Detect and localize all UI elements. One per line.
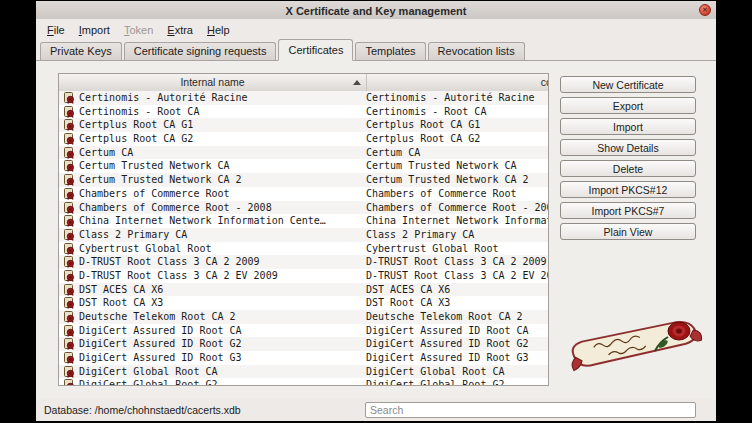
cell-internal-name: DigiCert Global Root CA bbox=[79, 365, 362, 379]
certificate-icon bbox=[63, 270, 75, 282]
menu-item-token[interactable]: Token bbox=[117, 20, 160, 40]
table-row[interactable]: DST Root CA X3DST Root CA X3 bbox=[59, 296, 548, 310]
close-button[interactable]: ✕ bbox=[699, 4, 711, 16]
tab-bar: Private KeysCertificate signing requests… bbox=[36, 39, 716, 61]
certificate-icon bbox=[63, 188, 75, 200]
close-icon: ✕ bbox=[700, 5, 710, 15]
titlebar: X Certificate and Key management ✕ bbox=[36, 1, 716, 20]
certificate-icon bbox=[63, 202, 75, 214]
table-row[interactable]: Certinomis - Root CACertinomis - Root CA bbox=[59, 105, 548, 119]
column-header-commonname[interactable]: commonName bbox=[367, 74, 548, 91]
certificate-icon bbox=[63, 106, 75, 118]
content: Internal name commonName Certinomis - Au… bbox=[36, 61, 716, 399]
cell-common-name: Chambers of Commerce Root - 2008 bbox=[366, 201, 548, 215]
cell-internal-name: Certplus Root CA G1 bbox=[79, 118, 362, 132]
cell-common-name: Certinomis - Autorité Racine bbox=[366, 91, 535, 105]
table-row[interactable]: DigiCert Assured ID Root G3DigiCert Assu… bbox=[59, 351, 548, 365]
button-new-certificate[interactable]: New Certificate bbox=[560, 76, 696, 93]
table-row[interactable]: Chambers of Commerce Root - 2008Chambers… bbox=[59, 201, 548, 215]
menu-item-import[interactable]: Import bbox=[72, 20, 117, 40]
menu-item-file[interactable]: File bbox=[40, 20, 72, 40]
button-delete[interactable]: Delete bbox=[560, 160, 696, 177]
certificate-icon bbox=[63, 174, 75, 186]
button-export[interactable]: Export bbox=[560, 97, 696, 114]
table-row[interactable]: DigiCert Global Root CADigiCert Global R… bbox=[59, 365, 548, 379]
table-row[interactable]: China Internet Network Information Cente… bbox=[59, 214, 548, 228]
table-row[interactable]: Chambers of Commerce RootChambers of Com… bbox=[59, 187, 548, 201]
menu-item-extra[interactable]: Extra bbox=[160, 20, 200, 40]
certificate-icon bbox=[63, 366, 75, 378]
certificate-icon bbox=[63, 92, 75, 104]
table-row[interactable]: DigiCert Assured ID Root G2DigiCert Assu… bbox=[59, 337, 548, 351]
button-list: New CertificateExportImportShow DetailsD… bbox=[560, 76, 696, 244]
certificate-icon bbox=[63, 338, 75, 350]
cell-common-name: Cybertrust Global Root bbox=[366, 242, 498, 256]
certificate-icon bbox=[63, 243, 75, 255]
button-show-details[interactable]: Show Details bbox=[560, 139, 696, 156]
table-body: Certinomis - Autorité RacineCertinomis -… bbox=[59, 91, 548, 385]
table-row[interactable]: DST ACES CA X6DST ACES CA X6 bbox=[59, 283, 548, 297]
table-row[interactable]: Certum Trusted Network CACertum Trusted … bbox=[59, 159, 548, 173]
cell-common-name: DigiCert Assured ID Root G2 bbox=[366, 337, 529, 351]
certificate-icon bbox=[63, 297, 75, 309]
button-import[interactable]: Import bbox=[560, 118, 696, 135]
tab-certificates[interactable]: Certificates bbox=[278, 39, 353, 61]
table-row[interactable]: DigiCert Global Root G2DigiCert Global R… bbox=[59, 378, 548, 385]
cell-common-name: Certum Trusted Network CA 2 bbox=[366, 173, 529, 187]
cell-internal-name: China Internet Network Information Cente… bbox=[79, 214, 362, 228]
table-row[interactable]: D-TRUST Root Class 3 CA 2 EV 2009D-TRUST… bbox=[59, 269, 548, 283]
cell-common-name: DigiCert Assured ID Root G3 bbox=[366, 351, 529, 365]
window-title: X Certificate and Key management bbox=[286, 5, 467, 17]
button-import-pkcs-7[interactable]: Import PKCS#7 bbox=[560, 202, 696, 219]
tab-private-keys[interactable]: Private Keys bbox=[40, 42, 122, 60]
table-row[interactable]: Certum CACertum CA bbox=[59, 146, 548, 160]
cell-internal-name: DigiCert Global Root G2 bbox=[79, 378, 362, 385]
cell-internal-name: Deutsche Telekom Root CA 2 bbox=[79, 310, 362, 324]
cell-common-name: Certum CA bbox=[366, 146, 420, 160]
table-row[interactable]: Deutsche Telekom Root CA 2Deutsche Telek… bbox=[59, 310, 548, 324]
cell-internal-name: Cybertrust Global Root bbox=[79, 242, 362, 256]
certificate-icon bbox=[63, 352, 75, 364]
cell-internal-name: Chambers of Commerce Root bbox=[79, 187, 362, 201]
database-path: Database: /home/chohnstaedt/cacerts.xdb bbox=[44, 404, 241, 416]
cell-internal-name: Class 2 Primary CA bbox=[79, 228, 362, 242]
tab-revocation-lists[interactable]: Revocation lists bbox=[428, 42, 525, 60]
table-row[interactable]: Cybertrust Global RootCybertrust Global … bbox=[59, 242, 548, 256]
table-header: Internal name commonName bbox=[59, 74, 548, 92]
tab-certificate-signing-requests[interactable]: Certificate signing requests bbox=[124, 42, 277, 60]
cell-internal-name: DigiCert Assured ID Root CA bbox=[79, 324, 362, 338]
certificate-icon bbox=[63, 119, 75, 131]
table-row[interactable]: Certplus Root CA G2Certplus Root CA G2 bbox=[59, 132, 548, 146]
table-row[interactable]: D-TRUST Root Class 3 CA 2 2009D-TRUST Ro… bbox=[59, 255, 548, 269]
button-panel: New CertificateExportImportShow DetailsD… bbox=[560, 61, 710, 399]
menu-item-help[interactable]: Help bbox=[200, 20, 237, 40]
cell-internal-name: Chambers of Commerce Root - 2008 bbox=[79, 201, 362, 215]
column-header-internal-name[interactable]: Internal name bbox=[59, 74, 367, 91]
cell-internal-name: DST ACES CA X6 bbox=[79, 283, 362, 297]
cell-internal-name: DST Root CA X3 bbox=[79, 296, 362, 310]
table-row[interactable]: Certplus Root CA G1Certplus Root CA G1 bbox=[59, 118, 548, 132]
cell-common-name: D-TRUST Root Class 3 CA 2 2009 bbox=[366, 255, 547, 269]
status-bar: Database: /home/chohnstaedt/cacerts.xdb bbox=[36, 399, 716, 421]
cell-internal-name: DigiCert Assured ID Root G2 bbox=[79, 337, 362, 351]
button-import-pkcs-12[interactable]: Import PKCS#12 bbox=[560, 181, 696, 198]
cell-common-name: Certinomis - Root CA bbox=[366, 105, 486, 119]
table-row[interactable]: Certum Trusted Network CA 2Certum Truste… bbox=[59, 173, 548, 187]
search-input[interactable] bbox=[365, 402, 696, 418]
cell-common-name: DigiCert Assured ID Root CA bbox=[366, 324, 529, 338]
table-row[interactable]: Class 2 Primary CAClass 2 Primary CA bbox=[59, 228, 548, 242]
certificate-icon bbox=[63, 147, 75, 159]
table-row[interactable]: Certinomis - Autorité RacineCertinomis -… bbox=[59, 91, 548, 105]
cell-internal-name: Certinomis - Root CA bbox=[79, 105, 362, 119]
button-plain-view[interactable]: Plain View bbox=[560, 223, 696, 240]
certificate-icon bbox=[63, 325, 75, 337]
table-row[interactable]: DigiCert Assured ID Root CADigiCert Assu… bbox=[59, 324, 548, 338]
tab-templates[interactable]: Templates bbox=[355, 42, 425, 60]
cell-common-name: Deutsche Telekom Root CA 2 bbox=[366, 310, 523, 324]
certificate-table: Internal name commonName Certinomis - Au… bbox=[58, 73, 549, 386]
certificate-icon bbox=[63, 160, 75, 172]
certificate-icon bbox=[63, 284, 75, 296]
cell-internal-name: Certum CA bbox=[79, 146, 362, 160]
certificate-icon bbox=[63, 133, 75, 145]
cell-internal-name: Certinomis - Autorité Racine bbox=[79, 91, 362, 105]
